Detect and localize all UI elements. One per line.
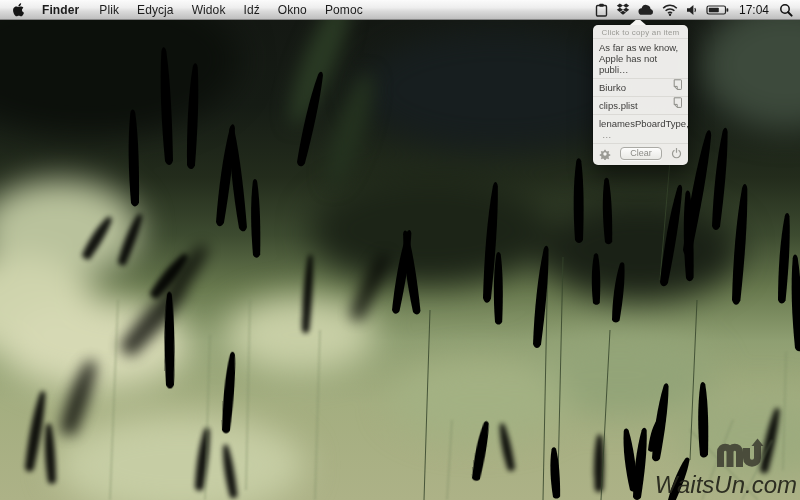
- spotlight-icon[interactable]: [779, 0, 793, 19]
- menu-okno[interactable]: Okno: [269, 0, 316, 19]
- watermark-text: WaitsUn.com: [655, 471, 797, 499]
- clipboard-item-text: lenamesPboardType,: [599, 118, 682, 129]
- menu-bar: Finder Plik Edycja Widok Idź Okno Pomoc: [0, 0, 800, 20]
- clipboard-item[interactable]: Biurko: [593, 78, 688, 96]
- menu-idz[interactable]: Idź: [235, 0, 269, 19]
- waitsun-logo-icon: [717, 438, 767, 472]
- battery-icon[interactable]: [706, 0, 729, 19]
- menu-bar-left: Finder Plik Edycja Widok Idź Okno Pomoc: [0, 0, 372, 19]
- clipboard-item-text: As far as we know,: [599, 42, 682, 53]
- clipboard-menubar-icon[interactable]: [595, 0, 608, 19]
- menu-bar-clock[interactable]: 17:04: [737, 3, 771, 17]
- menu-pomoc[interactable]: Pomoc: [316, 0, 372, 19]
- volume-icon[interactable]: [686, 0, 698, 19]
- apple-icon: [12, 3, 24, 17]
- apple-menu[interactable]: [0, 3, 33, 17]
- clipboard-item[interactable]: lenamesPboardType, …: [593, 114, 688, 143]
- desktop-screen: Finder Plik Edycja Widok Idź Okno Pomoc: [0, 0, 800, 500]
- menu-edycja[interactable]: Edycja: [128, 0, 183, 19]
- menu-plik[interactable]: Plik: [90, 0, 128, 19]
- dropbox-icon[interactable]: [616, 0, 630, 19]
- menu-widok[interactable]: Widok: [183, 0, 235, 19]
- paste-icon[interactable]: [673, 79, 682, 92]
- clipboard-popover: Click to copy an item As far as we know,…: [593, 25, 688, 165]
- paste-icon[interactable]: [673, 97, 682, 110]
- popover-header: Click to copy an item: [593, 25, 688, 38]
- popover-footer: Clear: [593, 143, 688, 165]
- gear-icon[interactable]: [599, 148, 611, 160]
- clipboard-item-text: Biurko: [599, 82, 682, 93]
- menu-finder[interactable]: Finder: [33, 0, 90, 19]
- clipboard-item[interactable]: As far as we know, Apple has not publi…: [593, 38, 688, 78]
- clear-button[interactable]: Clear: [620, 147, 662, 160]
- clipboard-item-text: Apple has not publi…: [599, 53, 682, 75]
- menu-bar-status: 17:04: [595, 0, 800, 19]
- clipboard-item-text: …: [599, 129, 682, 140]
- power-icon[interactable]: [671, 148, 682, 159]
- clipboard-item-text: clips.plist: [599, 100, 682, 111]
- wifi-icon[interactable]: [662, 0, 678, 19]
- clipboard-item[interactable]: clips.plist: [593, 96, 688, 114]
- cloud-icon[interactable]: [638, 0, 654, 19]
